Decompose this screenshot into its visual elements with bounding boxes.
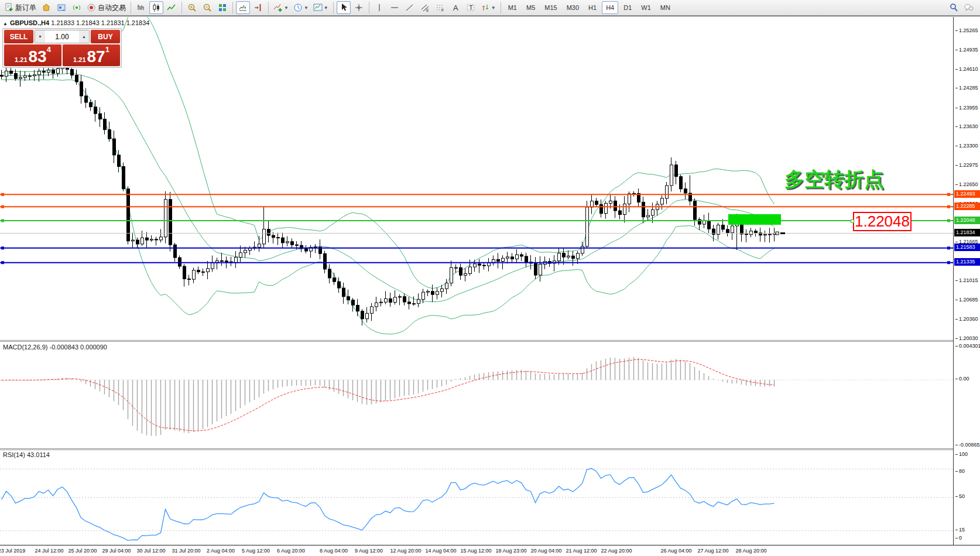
rsi-value: 43.0114 [27, 451, 50, 458]
timeframe-w1-button[interactable]: W1 [637, 1, 655, 14]
horizontal-line-button[interactable] [388, 1, 402, 14]
fibo-icon: F [436, 3, 445, 12]
text-button[interactable]: A [448, 1, 462, 14]
arrows-icon [481, 3, 490, 12]
chat-button[interactable] [962, 1, 976, 14]
text-label-button[interactable]: T [464, 1, 478, 14]
candlestick-chart-button[interactable] [149, 1, 163, 14]
vertical-line-button[interactable] [372, 1, 386, 14]
price-tick: 1.22975 [955, 162, 978, 168]
rsi-line [2, 468, 775, 540]
macd-histogram [2, 357, 775, 436]
toolbar-separator [333, 2, 334, 13]
autoscroll-icon [238, 3, 248, 12]
time-label: 30 Jul 12:00 [136, 548, 165, 554]
volume-input[interactable] [45, 30, 79, 43]
timeframe-m15-button[interactable]: M15 [540, 1, 561, 14]
timeframe-h4-button[interactable]: H4 [602, 1, 618, 14]
templates-icon [313, 3, 323, 12]
buy-price-button[interactable]: 1.21871 [63, 44, 120, 66]
sell-price-button[interactable]: 1.21834 [4, 44, 61, 66]
chart-shift-button[interactable] [251, 1, 265, 14]
vline-icon [375, 3, 384, 12]
price-tick: 1.22650 [955, 181, 978, 187]
svg-text:F: F [441, 8, 444, 12]
new-order-button[interactable]: 新订单 [2, 1, 38, 14]
line-chart-button[interactable] [165, 1, 179, 14]
macd-main-value: -0.000843 [49, 344, 78, 351]
zoom-out-icon [203, 3, 212, 12]
rsi-tick: 0 [955, 535, 962, 541]
timeframe-h1-button[interactable]: H1 [584, 1, 601, 14]
crosshair-button[interactable] [352, 1, 366, 14]
timeframe-m1-button[interactable]: M1 [504, 1, 521, 14]
timeframe-m5-button[interactable]: M5 [522, 1, 539, 14]
buy-button[interactable]: BUY [91, 30, 120, 43]
autotrading-button[interactable]: 自动交易 [85, 1, 128, 14]
toolbar-separator [181, 2, 182, 13]
main-chart-area[interactable]: ▲GBPUSD.,H4 1.21833 1.21843 1.21831 1.21… [0, 17, 953, 340]
sell-price-base: 1.21 [15, 56, 27, 63]
sell-button[interactable]: SELL [4, 30, 33, 43]
time-label: 25 Jul 20:00 [68, 548, 97, 554]
zoom-in-button[interactable] [185, 1, 199, 14]
new-order-icon [4, 3, 13, 12]
rsi-panel[interactable]: RSI(14) 43.0114 [0, 450, 953, 545]
price-tick: 1.24285 [955, 85, 978, 91]
price-axis[interactable]: 1.252651.249351.246101.242851.239551.236… [954, 0, 980, 540]
time-label: 27 Aug 12:00 [697, 548, 728, 554]
chart-window: ▲GBPUSD.,H4 1.21833 1.21843 1.21831 1.21… [0, 16, 980, 556]
rsi-tick: 80 [955, 468, 965, 474]
timeframe-d1-button[interactable]: D1 [619, 1, 636, 14]
crosshair-icon [354, 3, 364, 12]
volume-up-button[interactable]: ▲ [79, 30, 89, 43]
mt4-application: 新订单自动交易▼▼▼EFAT▼M1M5M15M30H1H4D1W1MN ▲GBP… [0, 0, 980, 556]
macd-label: MACD(12,26,9) -0.000843 0.000090 [3, 344, 107, 351]
channel-button[interactable]: E [418, 1, 432, 14]
toolbar-separator [232, 2, 233, 13]
periods-button[interactable]: ▼ [292, 1, 310, 14]
candles-icon [152, 3, 161, 12]
toolbar-separator [501, 2, 501, 13]
chart-ohlc: 1.21833 1.21843 1.21831 1.21834 [51, 19, 149, 26]
timeframe-mn-button[interactable]: MN [656, 1, 674, 14]
zoom-out-button[interactable] [200, 1, 214, 14]
auto-scroll-button[interactable] [236, 1, 250, 14]
price-annotation-box[interactable]: 1.22048 [853, 212, 912, 231]
timeframe-m30-button[interactable]: M30 [563, 1, 583, 14]
templates-button[interactable]: ▼ [311, 1, 330, 14]
time-label: 15 Aug 12:00 [460, 548, 491, 554]
search-button[interactable] [947, 1, 961, 14]
macd-signal-value: 0.000090 [80, 344, 107, 351]
profile-button[interactable] [54, 1, 68, 14]
volume-down-button[interactable]: ▼ [35, 30, 45, 43]
tile-windows-button[interactable] [215, 1, 229, 14]
turning-point-annotation[interactable]: 多空转折点 [784, 166, 884, 193]
annotation-anchor-handle[interactable] [851, 219, 854, 223]
channel-icon: E [420, 3, 430, 12]
bars-icon [136, 3, 146, 12]
time-label: 8 Aug 04:00 [320, 548, 348, 554]
indicators-button[interactable]: ▼ [272, 1, 290, 14]
sell-price-pips: 83 [29, 49, 47, 65]
macd-panel[interactable]: MACD(12,26,9) -0.000843 0.000090 [0, 342, 953, 448]
market-button[interactable] [39, 1, 53, 14]
bar-chart-button[interactable] [134, 1, 148, 14]
toolbar-separator [131, 2, 131, 13]
arrows-button[interactable]: ▼ [479, 1, 498, 14]
hline-icon [390, 3, 399, 12]
fibonacci-button[interactable]: F [433, 1, 447, 14]
price-badge: 1.21335 [954, 258, 980, 266]
last-price-dash [780, 232, 785, 234]
trendline-button[interactable] [403, 1, 417, 14]
shift-icon [253, 3, 263, 12]
macd-tick: -0.008651 [955, 442, 980, 448]
autotrade-icon [87, 3, 96, 12]
highlight-rectangle[interactable] [728, 214, 781, 225]
chat-icon [964, 3, 974, 12]
one-click-collapse-icon[interactable]: ▲ [3, 21, 8, 26]
price-annotation-text: 1.22048 [855, 212, 910, 230]
signals-button[interactable] [70, 1, 84, 14]
time-axis[interactable]: 23 Jul 201924 Jul 12:0025 Jul 20:0029 Ju… [0, 545, 980, 556]
cursor-button[interactable] [337, 1, 351, 14]
